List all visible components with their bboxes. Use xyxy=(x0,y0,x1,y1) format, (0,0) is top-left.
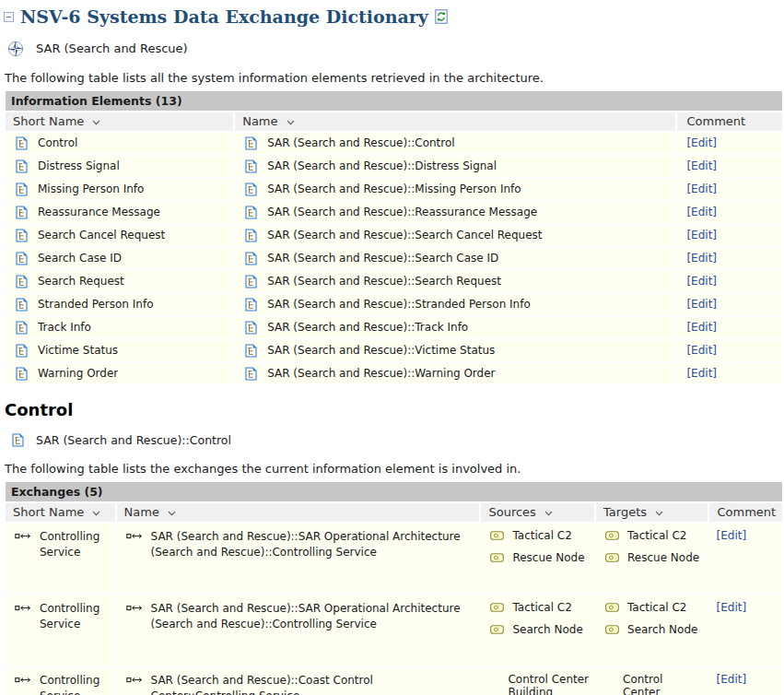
short-name-cell: Search Cancel Request xyxy=(6,225,233,246)
exchanges-table-title: Exchanges (5) xyxy=(11,485,103,499)
edit-comment-link[interactable]: [Edit] xyxy=(713,673,747,686)
column-header-label: Name xyxy=(242,114,277,128)
name-cell: SAR (Search and Rescue)::Stranded Person… xyxy=(235,294,675,315)
information-element-row: Search Request SAR (Search and Rescue)::… xyxy=(6,271,782,292)
short-name-cell: Missing Person Info xyxy=(6,179,233,200)
information-elements-table: Information Elements (13) Short Name Nam… xyxy=(4,89,784,386)
compass-rose-icon xyxy=(7,41,24,57)
document-icon xyxy=(16,159,28,173)
edit-comment-link[interactable]: [Edit] xyxy=(713,601,747,614)
sort-chevron-icon[interactable] xyxy=(92,511,100,516)
node-icon xyxy=(490,553,504,562)
short-name-cell: Controlling Service xyxy=(6,595,115,666)
exchanges-table-title-band: Exchanges (5) xyxy=(6,482,782,501)
edit-comment-link[interactable]: [Edit] xyxy=(681,275,717,288)
document-icon xyxy=(245,367,257,381)
column-header[interactable]: Name xyxy=(235,112,675,131)
qualified-name-label: SAR (Search and Rescue)::Control xyxy=(36,433,231,447)
edit-comment-link[interactable]: [Edit] xyxy=(681,321,717,334)
document-icon xyxy=(16,229,28,242)
document-icon xyxy=(245,136,257,150)
short-name-text: Track Info xyxy=(38,321,91,334)
info-table-header-row: Short Name Name Comment xyxy=(6,112,782,131)
edit-comment-link[interactable]: [Edit] xyxy=(681,136,717,149)
information-element-row: Track Info SAR (Search and Rescue)::Trac… xyxy=(6,317,782,338)
exchange-row: Controlling Service SAR (Search and Resc… xyxy=(6,595,782,666)
flow-connector-icon xyxy=(15,676,31,684)
sort-chevron-icon[interactable] xyxy=(92,120,100,125)
short-name-cell: Search Case ID xyxy=(6,248,233,269)
node-icon xyxy=(605,553,619,562)
node-entry: Tactical C2 xyxy=(605,601,704,614)
edit-comment-link[interactable]: [Edit] xyxy=(681,229,717,241)
document-icon xyxy=(16,252,28,265)
element-name-text: SAR (Search and Rescue)::Warning Order xyxy=(267,367,495,380)
information-element-row: Warning Order SAR (Search and Rescue)::W… xyxy=(6,363,782,384)
node-label: Search Node xyxy=(627,623,697,636)
name-cell: SAR (Search and Rescue)::Search Cancel R… xyxy=(235,225,675,246)
name-cell: SAR (Search and Rescue)::Control xyxy=(235,133,675,154)
short-name-text: Distress Signal xyxy=(38,159,120,172)
flow-connector-icon xyxy=(15,532,31,540)
comment-cell: [Edit] xyxy=(709,524,782,594)
targets-cell: Tactical C2 Search Node xyxy=(596,595,708,666)
node-label: Rescue Node xyxy=(627,551,699,564)
exchanges-table-intro: The following table lists the exchanges … xyxy=(5,462,780,476)
short-name-cell: Search Request xyxy=(6,271,233,292)
exchanges-table: Exchanges (5) Short Name Name Sources Ta… xyxy=(4,480,784,695)
column-header[interactable]: Name xyxy=(117,503,480,522)
node-label: Tactical C2 xyxy=(627,529,686,542)
column-header-label: Comment xyxy=(686,114,745,128)
document-icon xyxy=(245,321,257,335)
exchanges-table-body: Controlling Service SAR (Search and Resc… xyxy=(6,524,782,695)
column-header[interactable]: Comment xyxy=(677,112,782,131)
node-entry: Tactical C2 xyxy=(490,529,591,542)
information-element-row: Reassurance Message SAR (Search and Resc… xyxy=(6,202,782,223)
sort-chevron-icon[interactable] xyxy=(655,511,663,516)
column-header[interactable]: Targets xyxy=(596,503,708,522)
sort-chevron-icon[interactable] xyxy=(287,120,295,125)
column-header[interactable]: Short Name xyxy=(6,112,233,131)
edit-comment-link[interactable]: [Edit] xyxy=(681,206,717,218)
information-element-row: Search Case ID SAR (Search and Rescue)::… xyxy=(6,248,782,269)
node-icon xyxy=(490,603,504,612)
document-icon xyxy=(16,298,28,312)
edit-comment-link[interactable]: [Edit] xyxy=(713,529,747,542)
info-table-title-band: Information Elements (13) xyxy=(6,91,782,111)
document-icon xyxy=(245,229,257,242)
comment-cell: [Edit] xyxy=(677,363,782,384)
collapse-minus-icon[interactable] xyxy=(4,12,14,22)
column-header[interactable]: Short Name xyxy=(6,503,115,522)
sort-chevron-icon[interactable] xyxy=(544,511,553,516)
page-title-row: NSV-6 Systems Data Exchange Dictionary xyxy=(4,7,780,27)
element-name-text: SAR (Search and Rescue)::Stranded Person… xyxy=(267,298,531,311)
name-cell: SAR (Search and Rescue)::Victime Status xyxy=(235,340,675,361)
edit-comment-link[interactable]: [Edit] xyxy=(681,298,717,311)
short-name-text: Control xyxy=(38,136,77,149)
column-header[interactable]: Comment xyxy=(709,503,782,522)
edit-comment-link[interactable]: [Edit] xyxy=(681,252,717,265)
document-icon xyxy=(16,367,28,381)
flow-connector-icon xyxy=(126,604,143,612)
report-refresh-icon[interactable] xyxy=(435,9,448,24)
report-page: NSV-6 Systems Data Exchange Dictionary S… xyxy=(0,0,784,695)
node-label: Tactical C2 xyxy=(512,529,571,542)
sort-chevron-icon[interactable] xyxy=(168,511,176,516)
flow-connector-icon xyxy=(126,676,143,684)
node-entry: Tactical C2 xyxy=(605,529,704,542)
node-entry: Tactical C2 xyxy=(490,601,591,614)
short-name-text: Search Request xyxy=(38,275,124,288)
node-icon xyxy=(605,603,619,612)
edit-comment-link[interactable]: [Edit] xyxy=(681,367,717,380)
exchange-name-text: SAR (Search and Rescue)::SAR Operational… xyxy=(151,529,476,560)
node-icon xyxy=(605,625,619,634)
node-entry: Rescue Node xyxy=(490,551,591,564)
element-name-text: SAR (Search and Rescue)::Distress Signal xyxy=(267,159,497,172)
edit-comment-link[interactable]: [Edit] xyxy=(681,183,717,195)
exchange-name-text: SAR (Search and Rescue)::Coast Control C… xyxy=(151,673,476,695)
name-cell: SAR (Search and Rescue)::SAR Operational… xyxy=(117,524,480,594)
edit-comment-link[interactable]: [Edit] xyxy=(681,159,717,172)
column-header[interactable]: Sources xyxy=(481,503,594,522)
comment-cell: [Edit] xyxy=(677,133,782,154)
edit-comment-link[interactable]: [Edit] xyxy=(681,344,717,357)
